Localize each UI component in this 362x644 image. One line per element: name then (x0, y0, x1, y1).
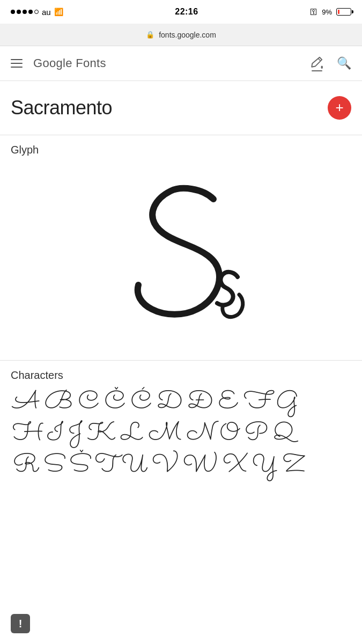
glyph-section-label: Glyph (0, 135, 362, 156)
svg-line-0 (318, 58, 320, 61)
add-font-button[interactable]: + (328, 96, 351, 120)
battery-indicator (336, 8, 351, 16)
char-Z: Z (283, 451, 306, 481)
char-C-acute: Ć (131, 388, 153, 418)
char-X: X (223, 451, 248, 481)
char-R: R (13, 451, 39, 481)
signal-dot-4 (28, 10, 33, 14)
char-H: H (13, 420, 43, 449)
hamburger-line-1 (11, 59, 23, 60)
char-S-caron: Š (69, 451, 91, 481)
characters-section-label: Characters (11, 369, 351, 382)
char-F: F (244, 388, 272, 418)
status-right: ⚿ 9% (310, 8, 351, 16)
signal-dot-3 (23, 10, 27, 14)
characters-row-2: H I J K L M N O P Q (11, 420, 351, 449)
char-D: D (157, 388, 183, 418)
header-right: 🔍 (310, 55, 351, 71)
char-W: W (183, 451, 218, 481)
char-Y: Y (252, 451, 278, 481)
char-J: J (68, 420, 83, 449)
notification-dot[interactable]: ! (11, 614, 30, 633)
glyph-display-area (0, 156, 362, 360)
battery-percent: 9% (322, 8, 332, 16)
browser-url: fonts.google.com (159, 31, 216, 39)
char-N: N (187, 420, 216, 449)
char-C: C (78, 388, 100, 418)
char-I: I (47, 420, 64, 449)
font-name-title: Sacramento (11, 97, 112, 119)
char-T: T (95, 451, 117, 481)
app-title: Google Fonts (33, 56, 106, 70)
battery-shell (336, 8, 351, 16)
paint-bucket-icon[interactable] (310, 55, 324, 71)
char-A: A (13, 388, 40, 418)
char-M: M (149, 420, 182, 449)
char-B: B (45, 388, 74, 418)
header-left: Google Fonts (11, 56, 106, 70)
status-bar: au 📶 22:16 ⚿ 9% (0, 0, 362, 24)
hamburger-line-3 (11, 67, 23, 68)
char-P: P (245, 420, 269, 449)
char-L: L (121, 420, 144, 449)
lock-icon: 🔒 (146, 31, 154, 39)
char-K: K (87, 420, 117, 449)
svg-rect-1 (321, 66, 323, 69)
char-D-stroke: Đ (188, 388, 214, 418)
hamburger-menu[interactable] (11, 59, 23, 68)
char-U: U (122, 451, 147, 481)
add-icon: + (335, 100, 343, 114)
notification-icon: ! (19, 618, 23, 630)
characters-row-1: A B C Č Ć D Đ E F G (11, 388, 351, 418)
signal-dot-1 (11, 10, 15, 14)
app-header: Google Fonts 🔍 (0, 46, 362, 80)
carrier-label: au (42, 8, 51, 17)
status-time: 22:16 (175, 7, 198, 17)
status-left: au 📶 (11, 8, 63, 17)
glyph-svg (79, 172, 283, 344)
battery-fill (338, 10, 339, 14)
char-O: O (220, 420, 240, 449)
bluetooth-icon: ⚿ (310, 8, 317, 16)
hamburger-line-2 (11, 63, 23, 64)
char-E: E (218, 388, 240, 418)
browser-bar[interactable]: 🔒 fonts.google.com (0, 24, 362, 46)
char-S: S (43, 451, 65, 481)
signal-dot-2 (17, 10, 21, 14)
characters-section: Characters A B C Č Ć D Đ E F G H I J K L… (0, 361, 362, 481)
char-C-caron: Č (105, 388, 127, 418)
signal-dot-5 (34, 10, 39, 14)
paint-underline (312, 70, 322, 71)
search-icon[interactable]: 🔍 (337, 56, 351, 70)
char-Q: Q (273, 420, 295, 449)
char-V: V (152, 451, 179, 481)
wifi-icon: 📶 (54, 8, 63, 16)
font-name-section: Sacramento + (0, 81, 362, 135)
characters-grid: A B C Č Ć D Đ E F G H I J K L M N O P Q … (11, 388, 351, 481)
signal-strength (11, 10, 39, 14)
char-G: G (276, 388, 299, 418)
characters-row-3: R S Š T U V W X Y Z (11, 451, 351, 481)
